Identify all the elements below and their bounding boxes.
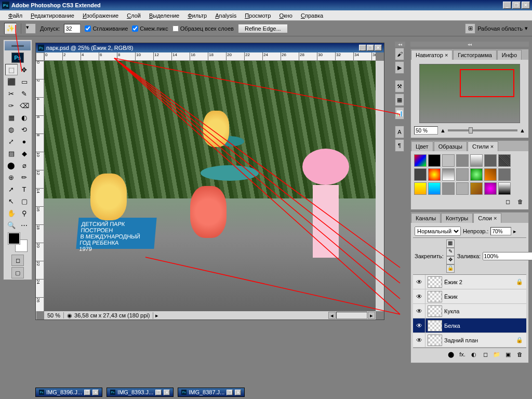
tool-15[interactable]: ◆ <box>18 148 31 159</box>
tool-18[interactable]: ⊕ <box>5 171 18 183</box>
opacity-input[interactable] <box>490 227 511 235</box>
layer-name-label[interactable]: Белка <box>444 323 516 329</box>
all-layers-checkbox[interactable]: Образец всех слоев <box>172 25 234 32</box>
layers-footer-btn-5[interactable]: ▣ <box>503 350 513 359</box>
fill-input[interactable] <box>483 252 532 260</box>
style-swatch-14[interactable] <box>414 182 427 195</box>
tool-2[interactable]: ⬛ <box>5 76 18 87</box>
tool-22[interactable]: ↖ <box>5 195 18 207</box>
new-style-button[interactable]: ◻ <box>502 197 513 206</box>
style-swatch-2[interactable] <box>442 154 455 167</box>
menu-редактирование[interactable]: Редактирование <box>26 11 78 20</box>
tool-9[interactable]: ◐ <box>18 112 31 123</box>
layer-name-label[interactable]: Ёжик <box>444 294 516 300</box>
refine-edge-button[interactable]: Refine Edge... <box>238 24 288 33</box>
delete-style-button[interactable]: 🗑 <box>515 197 525 206</box>
current-tool-icon[interactable]: ✨ <box>4 23 17 34</box>
menu-фильтр[interactable]: Фильтр <box>183 11 211 20</box>
style-swatch-18[interactable] <box>470 182 483 195</box>
menu-файл[interactable]: Файл <box>4 11 26 20</box>
tool-5[interactable]: ✎ <box>18 88 31 99</box>
minimized-doc-1[interactable]: PsIMG_8393.J...❐✕ <box>107 388 174 397</box>
navigator-zoom-slider[interactable] <box>448 129 517 131</box>
strip-expand-icon[interactable]: ◂◂ <box>395 42 405 47</box>
menu-изображение[interactable]: Изображение <box>78 11 123 20</box>
minimized-doc-2[interactable]: PsIMG_8387.J...❐✕ <box>178 388 245 397</box>
style-swatch-1[interactable] <box>428 154 441 167</box>
scroll-left-button[interactable]: ◂ <box>328 312 336 319</box>
scrollbar-horizontal[interactable] <box>336 312 367 319</box>
tool-preset-picker[interactable]: ▾ <box>25 23 36 34</box>
info-dropdown-icon[interactable]: ▸ <box>155 312 158 319</box>
tool-25[interactable]: ⚲ <box>18 207 31 219</box>
style-swatch-20[interactable] <box>498 182 511 195</box>
tool-4[interactable]: ✂ <box>5 88 18 99</box>
tool-27[interactable]: ⋯ <box>18 219 31 231</box>
layers-footer-btn-3[interactable]: ◻ <box>480 350 490 359</box>
paths-tab[interactable]: Контуры <box>441 213 473 223</box>
tool-7[interactable]: ⌫ <box>18 100 31 111</box>
tool-17[interactable]: ⌀ <box>18 159 31 171</box>
toolbox-grip[interactable]: ═══ <box>5 41 31 50</box>
tolerance-input[interactable] <box>64 24 81 33</box>
dock-expand-icon[interactable]: ◂◂ <box>410 42 529 47</box>
measure-panel-icon[interactable]: 📊 <box>395 107 404 119</box>
tool-16[interactable]: ⬤ <box>5 159 18 171</box>
layer-thumbnail[interactable] <box>428 276 442 288</box>
tool-20[interactable]: ➚ <box>5 183 18 195</box>
layer-row-Белка[interactable]: 👁Белка <box>413 318 526 333</box>
foreground-color-swatch[interactable] <box>8 233 20 244</box>
tool-23[interactable]: ▢ <box>18 195 31 207</box>
style-swatch-0[interactable] <box>414 154 427 167</box>
style-swatch-9[interactable] <box>442 168 455 181</box>
layers-footer-btn-2[interactable]: ◐ <box>469 350 479 359</box>
layers-footer-btn-0[interactable]: ⬤ <box>446 350 456 359</box>
brushes-panel-icon[interactable]: 🖌 <box>395 48 404 60</box>
tool-0[interactable]: ⬚ <box>5 64 18 75</box>
tool-21[interactable]: T <box>18 183 31 195</box>
layer-visibility-icon[interactable]: 👁 <box>413 289 425 303</box>
minimize-button[interactable]: _ <box>503 2 511 9</box>
scrollbar-vertical[interactable] <box>376 61 384 311</box>
style-swatch-11[interactable] <box>470 168 483 181</box>
navigator-zoom-input[interactable] <box>414 126 438 135</box>
lock-option-2[interactable]: ✥ <box>446 256 455 264</box>
layer-thumbnail[interactable] <box>428 320 442 331</box>
ruler-origin[interactable] <box>36 52 44 61</box>
minimized-doc-0[interactable]: PsIMG_8396.J...❐✕ <box>35 388 102 397</box>
antialias-checkbox[interactable]: Сглаживание <box>85 25 128 32</box>
tool-12[interactable]: ⤢ <box>5 136 18 147</box>
style-swatch-16[interactable] <box>442 182 455 195</box>
layer-thumbnail[interactable] <box>428 305 442 317</box>
document-info[interactable]: ◉36,58 см x 27,43 см (180 ppi) <box>64 312 153 319</box>
navigator-tab[interactable]: Навигатор × <box>411 50 453 60</box>
opacity-slider-icon[interactable]: ▸ <box>513 228 516 235</box>
style-swatch-7[interactable] <box>414 168 427 181</box>
blend-mode-select[interactable]: Нормальный <box>415 227 461 236</box>
layer-name-label[interactable]: Кукла <box>444 308 516 314</box>
histogram-tab[interactable]: Гистограмма <box>453 50 497 60</box>
tool-19[interactable]: ✏ <box>18 171 31 183</box>
character-panel-icon[interactable]: A <box>395 126 404 138</box>
menu-окно[interactable]: Окно <box>275 11 297 20</box>
zoom-in-icon[interactable]: ▲ <box>520 127 525 134</box>
color-tab[interactable]: Цвет <box>411 141 433 151</box>
tool-10[interactable]: ◍ <box>5 124 18 135</box>
layers-footer-btn-4[interactable]: 📁 <box>491 350 502 359</box>
styles-tab[interactable]: Стили × <box>468 141 498 151</box>
layers-tab[interactable]: Слои × <box>473 213 501 223</box>
layer-thumbnail[interactable] <box>428 291 442 302</box>
ruler-horizontal[interactable]: 024681012141618202224262830323436 <box>44 52 376 61</box>
tool-8[interactable]: ▦ <box>5 112 18 123</box>
layer-thumbnail[interactable] <box>428 335 442 346</box>
style-swatch-19[interactable] <box>484 182 497 195</box>
layer-visibility-icon[interactable]: 👁 <box>413 275 425 289</box>
quickmask-button[interactable]: ◻ <box>11 255 24 266</box>
menu-справка[interactable]: Справка <box>297 11 327 20</box>
zoom-display[interactable]: 50 % <box>44 312 64 318</box>
layer-row-Ёжик 2[interactable]: 👁Ёжик 2🔒 <box>413 275 526 289</box>
layer-visibility-icon[interactable]: 👁 <box>413 333 425 347</box>
tool-3[interactable]: ▭ <box>18 76 31 87</box>
lock-option-3[interactable]: 🔒 <box>446 264 455 273</box>
tool-1[interactable]: ✥ <box>18 64 31 75</box>
